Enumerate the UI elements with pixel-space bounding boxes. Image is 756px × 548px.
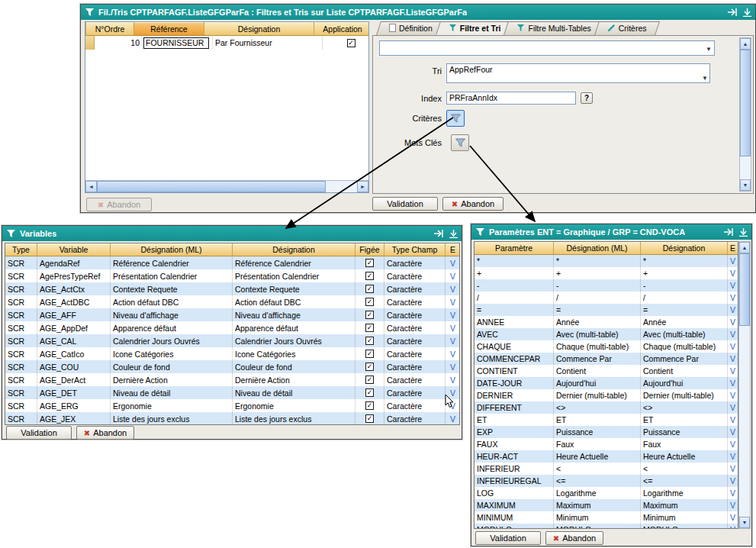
table-row[interactable]: FAUXFauxFauxV — [475, 438, 738, 450]
checkbox-checked[interactable] — [365, 388, 374, 397]
table-row[interactable]: AVECAvec (multi-table)Avec (multi-table)… — [475, 328, 738, 340]
scroll-up-icon[interactable] — [739, 242, 750, 253]
parameters-titlebar[interactable]: Paramètres ENT = Graphique / GRP = CND-V… — [471, 224, 751, 240]
table-row[interactable]: SCRAGE_COUCouleur de fondCouleur de fond… — [5, 360, 459, 373]
column-header-application[interactable]: Application — [314, 22, 369, 36]
table-row[interactable]: ***V — [475, 255, 738, 267]
checkbox-checked[interactable] — [365, 311, 374, 319]
table-row[interactable]: MAXIMUMMaximumMaximumV — [475, 499, 738, 511]
table-row[interactable]: MODULOMODULOMODULOV — [475, 524, 738, 529]
scroll-down-icon[interactable] — [739, 517, 750, 528]
validation-button[interactable]: Validation — [6, 426, 72, 440]
table-row[interactable]: SCRAGE_DerActDernière ActionDernière Act… — [5, 373, 459, 386]
dock-down-icon[interactable] — [739, 228, 748, 237]
filters-titlebar[interactable]: Fil./Tris CPTPARFAGF.ListeGFGParFa : Fil… — [81, 5, 755, 20]
table-row[interactable]: ETETETV — [475, 414, 738, 426]
table-row[interactable]: INFERIEUR<<V — [475, 463, 738, 475]
column-header[interactable]: E — [446, 243, 460, 256]
checkbox-checked[interactable] — [347, 39, 355, 47]
scroll-left-icon[interactable] — [85, 181, 97, 192]
checkbox-checked[interactable] — [365, 350, 374, 358]
table-row[interactable]: MINIMUMMinimumMinimumV — [475, 511, 738, 524]
table-row[interactable]: DIFFERENT<><>V — [475, 401, 738, 414]
row-selector-cell[interactable] — [85, 36, 95, 50]
checkbox-checked[interactable] — [365, 414, 374, 423]
validation-button[interactable]: Validation — [475, 531, 541, 545]
table-row[interactable]: LOGLogarithmeLogarithmeV — [475, 487, 738, 499]
table-row[interactable]: CONTIENTContientContientV — [475, 365, 738, 377]
checkbox-checked[interactable] — [365, 298, 374, 306]
checkbox-checked[interactable] — [365, 363, 374, 371]
checkbox-checked[interactable] — [365, 376, 374, 384]
abandon-button[interactable]: Abandon — [545, 531, 603, 545]
mots-cles-filter-button[interactable] — [451, 134, 469, 151]
validation-button[interactable]: Validation — [372, 197, 438, 211]
table-row[interactable]: INFERIEUREGAL<=<=V — [475, 475, 738, 487]
table-row[interactable]: SCRAGE_DETNiveau de détailNiveau de déta… — [5, 386, 459, 399]
column-header[interactable]: Variable — [37, 243, 111, 256]
table-row[interactable]: SCRAGE_CALCalendrier Jours OuvrésCalendr… — [5, 334, 459, 347]
variables-titlebar[interactable]: Variables — [2, 226, 462, 241]
table-row[interactable]: EXPPuissancePuissanceV — [475, 426, 738, 438]
vertical-scrollbar[interactable] — [739, 37, 751, 192]
tri-input[interactable]: AppRefFour ▼ — [446, 63, 710, 83]
filter-condition-combobox[interactable]: ▼ — [379, 40, 715, 56]
table-row[interactable]: SCRAgendaRefRéférence CalendrierRéférenc… — [5, 256, 459, 269]
column-header[interactable]: Désignation — [641, 242, 728, 255]
scrollbar-thumb[interactable] — [97, 181, 326, 192]
table-row[interactable]: HEUR-ACTHeure ActuelleHeure ActuelleV — [475, 450, 738, 463]
tab-criteres[interactable]: Critères — [597, 21, 658, 35]
table-row[interactable]: DATE-JOURAujourd'huiAujourd'huiV — [475, 377, 738, 389]
table-row[interactable]: ///V — [475, 292, 738, 304]
checkbox-checked[interactable] — [365, 324, 374, 332]
chevron-down-icon[interactable]: ▼ — [702, 75, 708, 82]
column-header[interactable]: Désignation (ML) — [111, 243, 233, 256]
table-row[interactable]: SCRAGE_CatIcoIcone CatégoriesIcone Catég… — [5, 347, 459, 360]
checkbox-checked[interactable] — [365, 337, 374, 345]
scroll-right-icon[interactable] — [357, 181, 368, 192]
scrollbar-thumb[interactable] — [739, 253, 750, 326]
index-help-button[interactable]: ? — [581, 92, 593, 104]
index-input[interactable]: PRFraAnnIdx — [446, 92, 576, 105]
table-row[interactable]: SCRAGE_JEXListe des jours exclusListe de… — [5, 412, 459, 425]
column-header-ordre[interactable]: N°Ordre — [86, 22, 134, 36]
checkbox-checked[interactable] — [365, 259, 374, 267]
table-row[interactable]: ---V — [475, 279, 738, 292]
table-row[interactable]: SCRAgePresTypeRefPrésentation Calendrier… — [5, 269, 459, 282]
checkbox-checked[interactable] — [365, 272, 374, 280]
checkbox-checked[interactable] — [365, 401, 374, 410]
column-header[interactable]: E — [728, 242, 738, 255]
tab-filtre-et-tri[interactable]: Filtre et Tri — [438, 21, 512, 35]
tab-definition[interactable]: Définition — [378, 21, 443, 35]
table-row[interactable]: SCRAGE_AFFNiveau d'affichageNiveau d'aff… — [5, 308, 459, 321]
table-row[interactable]: +++V — [475, 267, 738, 279]
column-header[interactable]: Paramètre — [475, 242, 554, 255]
scroll-up-icon[interactable] — [740, 38, 751, 50]
goto-end-icon[interactable] — [728, 8, 738, 16]
column-header[interactable]: Désignation — [233, 243, 355, 256]
table-row[interactable]: SCRAGE_ActDBCAction défaut DBCAction déf… — [5, 295, 459, 308]
table-row[interactable]: ===V — [475, 304, 738, 316]
abandon-button[interactable]: Abandon — [76, 426, 134, 440]
tab-filtre-multi-tables[interactable]: Filtre Multi-Tables — [506, 21, 601, 35]
reference-edit-input[interactable]: FOURNISSEUR — [143, 37, 209, 49]
dock-down-icon[interactable] — [743, 8, 751, 17]
table-row[interactable]: SCRAGE_AppDefApparence défautApparence d… — [5, 321, 459, 334]
goto-end-icon[interactable] — [434, 230, 444, 237]
chevron-down-icon[interactable]: ▼ — [706, 46, 712, 53]
column-header[interactable]: Désignation (ML) — [554, 242, 641, 255]
goto-end-icon[interactable] — [724, 228, 734, 236]
dock-down-icon[interactable] — [449, 230, 458, 238]
table-row[interactable]: SCRAGE_ERGErgonomieErgonomieCaractèreV — [5, 399, 459, 412]
table-row[interactable]: SCRAGE_ActCtxContexte RequeteContexte Re… — [5, 282, 459, 295]
scrollbar-thumb[interactable] — [740, 50, 751, 156]
vertical-scrollbar[interactable] — [738, 241, 751, 529]
table-row[interactable]: ANNEEAnnéeAnnéeV — [475, 316, 738, 328]
abandon-button[interactable]: Abandon — [442, 197, 503, 211]
column-header[interactable]: Figée — [355, 243, 384, 256]
checkbox-checked[interactable] — [365, 285, 374, 293]
column-header[interactable]: Type — [5, 243, 37, 256]
table-row[interactable]: 10 FOURNISSEUR Par Fournisseur — [85, 36, 368, 50]
column-header-reference[interactable]: Référence — [134, 22, 204, 36]
table-row[interactable]: COMMENCEPARCommence ParCommence ParV — [475, 353, 738, 365]
